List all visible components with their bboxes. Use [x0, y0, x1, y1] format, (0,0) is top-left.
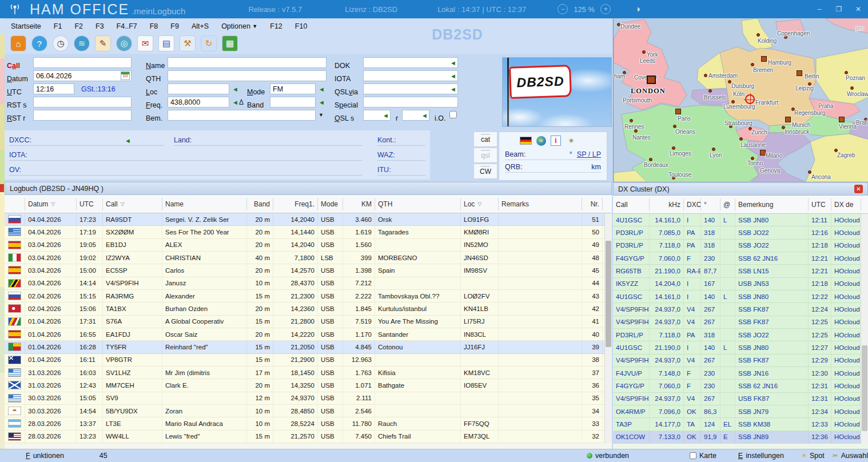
column-header-qth[interactable]: QTH — [375, 198, 461, 210]
column-header-dxc[interactable]: DXC — [684, 198, 701, 211]
logbuch-row[interactable]: 30.03.202615:05SV912 m24,9370USB2.11135 — [5, 392, 612, 405]
logbuch-scrollbar-thumb[interactable] — [606, 241, 611, 347]
info-button[interactable]: i — [551, 136, 561, 146]
dx-row[interactable]: F4GYG/P7.060,0F230SSB 62 JN1612:21HOclou… — [613, 252, 868, 265]
home-icon[interactable]: ⌂ — [11, 36, 26, 51]
column-header-dxde[interactable]: DX de — [831, 198, 861, 211]
qth-input[interactable] — [168, 70, 327, 81]
column-header-call[interactable]: Call ▽ — [103, 198, 162, 210]
logbuch-row[interactable]: 01.04.202616:55EA1FDJOscar Saiz20 m14,22… — [5, 328, 612, 341]
help-icon[interactable]: ? — [32, 36, 47, 51]
column-header-mode[interactable]: Mode — [318, 198, 343, 210]
menu-item-f12[interactable]: F12 — [264, 21, 289, 32]
dx-row[interactable]: V4/SP9FIH24.937,0V4267SSB FK8712:25HOclo… — [613, 316, 868, 329]
satellite-icon[interactable]: ✴ — [566, 136, 577, 145]
special-input[interactable] — [363, 97, 458, 107]
band-combo-arrow-icon[interactable]: ◄ — [318, 99, 325, 106]
karte-checkbox[interactable] — [690, 452, 696, 459]
tools-icon[interactable]: ⚒ — [180, 36, 195, 51]
world-cd-icon[interactable]: ◎ — [117, 36, 132, 51]
column-header-loc[interactable]: Loc ▽ — [461, 198, 499, 210]
column-header-bem[interactable]: Bemerkung — [735, 198, 809, 211]
datum-input[interactable] — [33, 70, 132, 81]
column-header-flag[interactable] — [5, 198, 25, 210]
logbuch-row[interactable]: 02.04.202615:06TA1BXBurhan Ozden20 m14,2… — [5, 302, 612, 315]
call-input[interactable] — [33, 57, 132, 68]
rst-r-input[interactable] — [33, 110, 132, 121]
tab-cw[interactable]: CW — [473, 164, 497, 179]
dx-row[interactable]: V4/SP9FIH24.937,0V4267SSB FK8712:24HOclo… — [613, 303, 868, 316]
column-header-freq[interactable]: Freq1. — [273, 198, 318, 210]
spot-button[interactable]: Spot — [810, 452, 825, 460]
column-header-khz[interactable]: kHz — [650, 198, 684, 211]
logbook-icon[interactable]: ✎ — [95, 36, 110, 51]
bem-input[interactable] — [168, 110, 316, 121]
menu-item-optionen[interactable]: Optionen ▼ — [215, 21, 264, 32]
loc-combo-arrow-icon[interactable]: ◄ — [232, 86, 238, 93]
dx-row[interactable]: 4U1GSC14.161,0I140LSSB JN8012:22HOcloud — [613, 290, 868, 303]
zoom-in-button[interactable]: + — [600, 4, 611, 14]
auswahl-button[interactable]: Auswahl — [841, 452, 868, 460]
column-header-utc[interactable]: UTC — [809, 198, 831, 211]
menu-item-f2[interactable]: F2 — [68, 21, 89, 32]
dx-row[interactable]: RG65TB21.190,0RA-E87,7SSB LN1512:21HOclo… — [613, 265, 868, 277]
menu-item-f4-f7[interactable]: F4..F7 — [110, 21, 144, 32]
column-header-nr[interactable]: Nr. — [582, 198, 603, 210]
dx-row[interactable]: F4JVU/P7.148,0F230SSB JN1612:30HOcloud — [613, 367, 868, 380]
dx-row[interactable]: PD3RL/P7.118,0PA318SSB JO2212:25HOcloud — [613, 329, 868, 341]
mode-combo-arrow-icon[interactable]: ◄ — [318, 86, 325, 93]
dx-scrollbar[interactable] — [861, 214, 868, 444]
menu-item-f8[interactable]: F8 — [144, 21, 165, 32]
dok-combo-arrow-icon[interactable]: ◄ — [450, 59, 456, 66]
logbuch-scrollbar[interactable] — [604, 213, 612, 443]
funktionen-button[interactable]: Funktionen — [26, 452, 64, 460]
clock-icon[interactable]: ◷ — [53, 36, 68, 51]
dx-row[interactable]: TA3P14.177,0TA124ELSSB KM3812:33HOcloud — [613, 418, 868, 431]
column-header-name[interactable]: Name — [162, 198, 247, 210]
dx-row[interactable]: 4U1GSC14.161,0I140LSSB JN8012:11HOcloud — [613, 214, 868, 226]
delta-icon[interactable]: Δ — [239, 98, 244, 106]
logbuch-row[interactable]: 03.04.202619:05EB1DJALEX20 m14,2040USB1.… — [5, 239, 612, 252]
logbuch-row[interactable]: 01.04.202616:11VP8GTR15 m21,2900USB12.96… — [5, 354, 612, 367]
einstellungen-link[interactable]: Einstellungen — [738, 452, 784, 460]
logbuch-row[interactable]: 04.04.202617:23RA9SDTSergei. V. Z. Zelik… — [5, 213, 612, 226]
logbuch-row[interactable]: 31.03.202616:03SV1LHZMr Jim (dimitris17 … — [5, 367, 612, 379]
logbuch-row[interactable]: 03.04.202614:14V4/SP9FIHJanusz10 m28,437… — [5, 277, 612, 290]
loc-input[interactable] — [168, 83, 229, 94]
column-header-remarks[interactable]: Remarks — [499, 198, 582, 210]
dx-row[interactable]: OK4RM/P7.096,0OK86,3SSB JN7912:34HOcloud — [613, 405, 868, 418]
dx-row[interactable]: 4U1GSC21.190,0I140LSSB JN8012:27HOcloud — [613, 341, 868, 354]
rst-s-input[interactable] — [33, 97, 132, 107]
dx-row[interactable]: PD3RL/P7.085,0PA318SSB JO2212:16HOcloud — [613, 226, 868, 239]
globe-icon[interactable]: ≋ — [536, 136, 546, 146]
statistics-icon[interactable]: ▤ — [159, 36, 174, 51]
dx-row[interactable]: F4GYG/P7.060,0F230SSB 62 JN1612:31HOclou… — [613, 380, 868, 392]
logbuch-row[interactable]: 01.04.202617:31S76AA Global Cooperativ15… — [5, 316, 612, 328]
logbuch-row[interactable]: 28.03.202613:23WW4LLLewis "fred"15 m21,2… — [5, 431, 612, 443]
column-header-call[interactable]: Call — [613, 198, 650, 211]
maximize-button[interactable]: ❐ — [829, 0, 849, 18]
globe-icon[interactable]: ≋ — [74, 36, 89, 51]
logbuch-row[interactable]: 03.04.202619:02IZ2WYACHRISTIAN40 m7,1800… — [5, 252, 612, 264]
column-header-at[interactable]: @ — [720, 198, 735, 211]
tab-qsl[interactable]: qsl — [473, 148, 497, 163]
dx-row[interactable]: PD3RL/P7.118,0PA318SSB JO2212:18HOcloud — [613, 240, 868, 252]
freq-combo-arrow-icon[interactable]: ◄ — [232, 99, 238, 106]
close-button[interactable]: ✕ — [849, 0, 868, 18]
iota-combo-arrow-icon[interactable]: ◄ — [450, 73, 456, 79]
refresh-icon[interactable]: ↻ — [201, 36, 216, 51]
iota-input[interactable] — [363, 70, 458, 81]
column-header-km[interactable]: KM — [343, 198, 375, 210]
menu-item-f1[interactable]: F1 — [47, 21, 69, 32]
minimize-button[interactable]: – — [810, 0, 829, 18]
dok-input[interactable] — [363, 57, 458, 68]
name-input[interactable] — [168, 57, 327, 68]
dxcc-combo-arrow-icon[interactable]: ◄ — [125, 137, 131, 144]
logbuch-row[interactable]: 03.04.202615:00EC5SPCarlos20 m14,2570USB… — [5, 264, 612, 277]
tab-cat[interactable]: cat — [473, 132, 497, 147]
theme-toggle-icon[interactable]: ◑ — [635, 4, 640, 14]
column-header-band[interactable]: Band — [247, 198, 273, 210]
logbuch-row[interactable]: 01.04.202616:28TY5FRReinhard "red"15 m21… — [5, 341, 612, 353]
qsl-r-combo-arrow-icon[interactable]: ◄ — [421, 112, 428, 119]
mode-input[interactable] — [270, 83, 316, 94]
